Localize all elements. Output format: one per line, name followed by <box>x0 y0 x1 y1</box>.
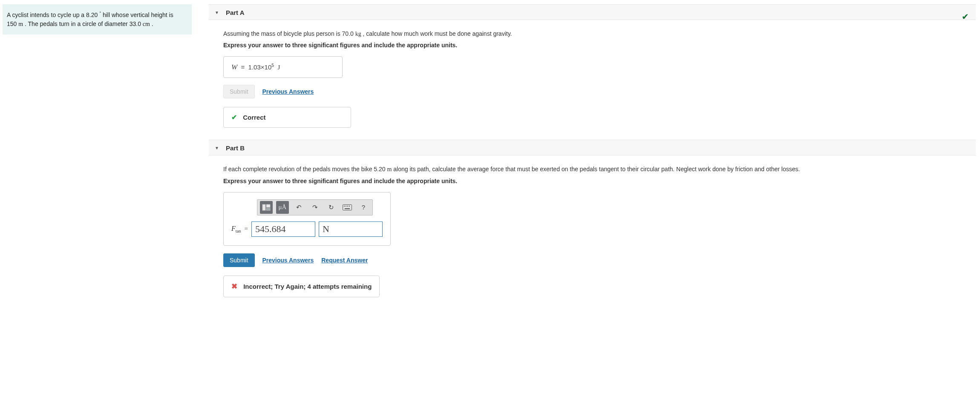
svg-rect-4 <box>344 206 345 207</box>
part-a-instruction: Assuming the mass of bicycle plus person… <box>223 29 970 38</box>
submit-button-disabled: Submit <box>223 85 255 98</box>
part-a-feedback: ✔ Correct <box>223 107 351 128</box>
feedback-text: Incorrect; Try Again; 4 attempts remaini… <box>243 283 372 290</box>
symbols-icon[interactable]: μÅ <box>276 201 289 214</box>
problem-intro: A cyclist intends to cycle up a 8.20 ° h… <box>3 4 192 34</box>
part-b-feedback: ✖ Incorrect; Try Again; 4 attempts remai… <box>223 276 380 297</box>
previous-answers-link[interactable]: Previous Answers <box>262 257 314 264</box>
svg-rect-2 <box>266 208 270 210</box>
part-b: ▼ Part B If each complete revolution of … <box>209 140 976 297</box>
part-a-instruction-bold: Express your answer to three significant… <box>223 42 970 49</box>
svg-rect-3 <box>343 204 352 210</box>
part-b-instruction-bold: Express your answer to three significant… <box>223 178 970 184</box>
part-b-answer-box: μÅ ↶ ↷ ↻ ? Ftan = <box>223 192 391 246</box>
feedback-text: Correct <box>243 114 265 121</box>
caret-down-icon[interactable]: ▼ <box>215 146 219 150</box>
value-input[interactable] <box>251 221 315 237</box>
part-b-header[interactable]: ▼ Part B <box>209 140 976 155</box>
keyboard-icon[interactable] <box>341 201 354 214</box>
reset-icon[interactable]: ↻ <box>325 201 337 214</box>
redo-icon[interactable]: ↷ <box>308 201 321 214</box>
part-a-answer-var: W <box>231 63 237 71</box>
svg-rect-1 <box>266 204 270 207</box>
part-a-answer-box: W = 1.03×105 J <box>223 56 343 78</box>
part-a-answer-value: 1.03×105 <box>248 63 274 71</box>
request-answer-link[interactable]: Request Answer <box>321 257 368 264</box>
svg-rect-0 <box>262 204 265 210</box>
part-a-header[interactable]: ▼ Part A ✔ <box>209 4 976 20</box>
submit-button[interactable]: Submit <box>223 253 255 267</box>
previous-answers-link[interactable]: Previous Answers <box>262 88 314 95</box>
part-b-title: Part B <box>226 144 245 152</box>
undo-icon[interactable]: ↶ <box>292 201 305 214</box>
check-icon: ✔ <box>962 11 969 21</box>
part-a-title: Part A <box>226 9 245 16</box>
svg-rect-8 <box>345 208 350 209</box>
caret-down-icon[interactable]: ▼ <box>215 10 219 15</box>
svg-rect-6 <box>347 206 348 207</box>
svg-rect-7 <box>349 206 350 207</box>
svg-rect-5 <box>346 206 346 207</box>
unit-input[interactable] <box>319 221 383 237</box>
templates-icon[interactable] <box>260 201 273 214</box>
part-a: ▼ Part A ✔ Assuming the mass of bicycle … <box>209 4 976 128</box>
part-b-var-label: Ftan <box>231 225 241 233</box>
check-icon: ✔ <box>231 114 237 121</box>
equals-sign: = <box>244 225 248 233</box>
help-icon[interactable]: ? <box>357 201 370 214</box>
part-b-instruction: If each complete revolution of the pedal… <box>223 165 970 174</box>
cross-icon: ✖ <box>231 282 237 290</box>
equation-toolbar: μÅ ↶ ↷ ↻ ? <box>257 199 373 215</box>
part-a-answer-unit: J <box>277 64 280 71</box>
